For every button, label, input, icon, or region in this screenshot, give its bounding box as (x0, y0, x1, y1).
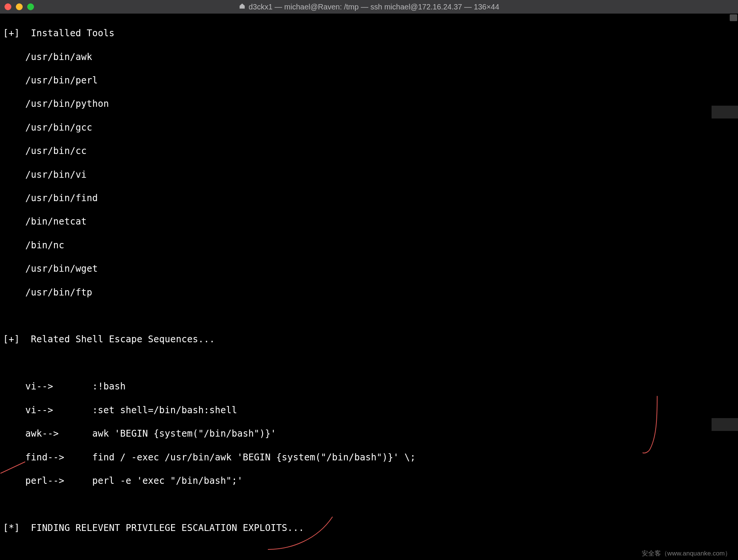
traffic-lights (5, 3, 34, 10)
tool-path: /usr/bin/awk (3, 51, 735, 63)
escape-seq: find--> find / -exec /usr/bin/awk 'BEGIN… (3, 452, 735, 463)
titlebar[interactable]: d3ckx1 — michael@Raven: /tmp — ssh micha… (0, 0, 738, 14)
home-icon (239, 3, 245, 11)
tool-path: /usr/bin/ftp (3, 287, 735, 298)
terminal-output[interactable]: [+] Installed Tools /usr/bin/awk /usr/bi… (0, 14, 738, 560)
tool-path: /usr/bin/gcc (3, 122, 735, 134)
blank-line (3, 498, 735, 510)
escape-seq: vi--> :set shell=/bin/bash:shell (3, 405, 735, 416)
tool-path: /usr/bin/perl (3, 75, 735, 86)
terminal-window: d3ckx1 — michael@Raven: /tmp — ssh micha… (0, 0, 738, 560)
tool-path: /bin/netcat (3, 216, 735, 228)
tool-path: /bin/nc (3, 240, 735, 251)
tool-path: /usr/bin/cc (3, 145, 735, 157)
scrollbar-thumb[interactable] (730, 14, 737, 21)
minimize-icon[interactable] (16, 3, 23, 10)
scrollbar-track[interactable] (729, 14, 738, 560)
tool-path: /usr/bin/python (3, 98, 735, 110)
section-header: [+] Related Shell Escape Sequences... (3, 334, 735, 345)
close-icon[interactable] (5, 3, 11, 10)
window-title-text: d3ckx1 — michael@Raven: /tmp — ssh micha… (249, 3, 499, 11)
section-header: [*] FINDING RELEVENT PRIVILEGE ESCALATIO… (3, 522, 735, 534)
maximize-icon[interactable] (27, 3, 34, 10)
blank-line (3, 310, 735, 322)
overlay-tab (712, 418, 738, 431)
escape-seq: perl--> perl -e 'exec "/bin/bash";' (3, 475, 735, 487)
escape-seq: vi--> :!bash (3, 381, 735, 392)
window-title: d3ckx1 — michael@Raven: /tmp — ssh micha… (239, 3, 499, 11)
tool-path: /usr/bin/find (3, 192, 735, 204)
tool-path: /usr/bin/vi (3, 169, 735, 181)
section-header: [+] Installed Tools (3, 28, 735, 39)
blank-line (3, 546, 735, 557)
tool-path: /usr/bin/wget (3, 263, 735, 275)
escape-seq: awk--> awk 'BEGIN {system("/bin/bash")}' (3, 428, 735, 440)
watermark-text: 安全客（www.anquanke.com） (642, 549, 731, 558)
overlay-tab (712, 106, 738, 118)
blank-line (3, 357, 735, 369)
